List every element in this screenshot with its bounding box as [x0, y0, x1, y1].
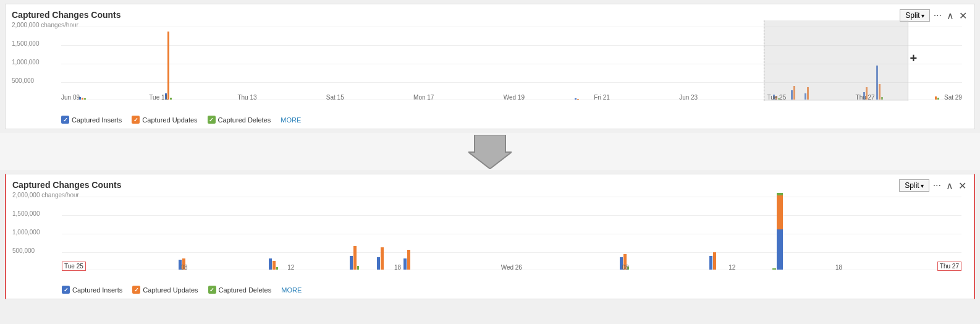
y-label-15m: 1,500,000	[12, 40, 40, 47]
top-legend-updates[interactable]: Captured Updates	[132, 116, 197, 124]
x-label-thu27: Thu 27	[856, 94, 875, 101]
bottom-y-label-500k: 500,000	[12, 247, 35, 254]
top-more-icon[interactable]: ···	[932, 10, 943, 21]
svg-marker-0	[468, 135, 512, 169]
bar-update	[167, 32, 169, 100]
bottom-grid-2	[62, 215, 961, 216]
x-label-tue25: Tue 25	[767, 94, 786, 101]
x-label-tue11: Tue 11	[149, 94, 168, 101]
bottom-deletes-checkbox[interactable]	[208, 286, 216, 294]
top-legend-deletes[interactable]: Captured Deletes	[208, 116, 271, 124]
bottom-inserts-checkbox[interactable]	[62, 286, 70, 294]
inserts-label: Captured Inserts	[72, 116, 122, 124]
bottom-x-end-label: Thu 27	[937, 260, 961, 271]
down-arrow-icon	[468, 135, 512, 169]
x-label-08a: 08	[180, 264, 187, 271]
bottom-close-icon[interactable]: ✕	[957, 180, 968, 192]
top-split-button[interactable]: Split ▾	[900, 9, 929, 22]
bottom-updates-label: Captured Updates	[143, 286, 198, 294]
deletes-checkbox[interactable]	[208, 116, 216, 124]
bottom-chart-content: Tue 25	[62, 190, 961, 271]
y-label-500k: 500,000	[12, 77, 34, 84]
bottom-more-link[interactable]: MORE	[281, 286, 302, 294]
split-dropdown-arrow: ▾	[921, 12, 924, 19]
top-legend: Captured Inserts Captured Updates Captur…	[12, 113, 968, 124]
bottom-split-dropdown-arrow: ▾	[921, 182, 924, 189]
bottom-bar-wed26-15	[772, 193, 783, 270]
arrow-divider	[0, 133, 980, 170]
updates-checkbox[interactable]	[132, 116, 140, 124]
bottom-grid-4	[62, 252, 961, 253]
top-close-icon[interactable]: ✕	[958, 10, 968, 22]
bottom-inserts-label: Captured Inserts	[72, 286, 122, 294]
top-chart-area: 2,000,000 changes/hour 1,500,000 1,000,0…	[12, 20, 968, 113]
crosshair-icon: +	[910, 51, 917, 66]
bottom-deletes-label: Captured Deletes	[219, 286, 272, 294]
x-label-wed19: Wed 19	[504, 94, 525, 101]
x-label-18b: 18	[835, 264, 842, 271]
x-label-12b: 12	[729, 264, 735, 271]
bottom-y-label-15m: 1,500,000	[12, 210, 40, 217]
bar-update	[777, 195, 783, 229]
bottom-updates-checkbox[interactable]	[132, 286, 140, 294]
top-panel-controls: Split ▾ ··· ∧ ✕	[900, 9, 968, 22]
top-chart-title: Captured Changes Counts	[12, 10, 121, 20]
x-label-12a: 12	[287, 264, 294, 271]
bottom-more-icon[interactable]: ···	[932, 180, 942, 191]
top-chart-content: Jun 25, 00:00 + Jun 09 Tue 11 Thu 13 Sat…	[61, 20, 962, 101]
deletes-label: Captured Deletes	[218, 116, 271, 124]
bottom-legend-updates[interactable]: Captured Updates	[132, 286, 198, 294]
bottom-chart-panel: Captured Changes Counts Split ▾ ··· ∧ ✕ …	[5, 174, 975, 299]
x-label-sat15: Sat 15	[326, 94, 344, 101]
bottom-panel-controls: Split ▾ ··· ∧ ✕	[899, 179, 968, 192]
bottom-split-button[interactable]: Split ▾	[899, 179, 929, 192]
bar-group-tue11	[165, 32, 172, 100]
stacked-bar	[777, 193, 783, 270]
bottom-grid-3	[62, 234, 961, 234]
selection-overlay: Jun 25, 00:00	[764, 20, 908, 101]
x-label-thu13: Thu 13	[237, 94, 256, 101]
x-label-18a: 18	[394, 264, 401, 271]
bottom-collapse-icon[interactable]: ∧	[945, 180, 955, 192]
x-label-jun09: Jun 09	[61, 94, 80, 101]
updates-label: Captured Updates	[142, 116, 197, 124]
bottom-y-label-1m: 1,000,000	[12, 229, 40, 236]
bottom-chart-area: 2,000,000 changes/hour 1,500,000 1,000,0…	[12, 190, 968, 283]
bottom-legend: Captured Inserts Captured Updates Captur…	[12, 283, 968, 294]
y-label-1m: 1,000,000	[12, 59, 40, 66]
bottom-legend-deletes[interactable]: Captured Deletes	[208, 286, 272, 294]
inserts-checkbox[interactable]	[61, 116, 69, 124]
x-label-jun23: Jun 23	[679, 94, 698, 101]
top-x-labels: Jun 09 Tue 11 Thu 13 Sat 15 Mon 17 Wed 1…	[61, 94, 962, 101]
x-label-fri21: Fri 21	[594, 94, 610, 101]
bottom-chart-title: Captured Changes Counts	[12, 180, 122, 190]
bottom-grid-1	[62, 197, 961, 197]
top-legend-inserts[interactable]: Captured Inserts	[61, 116, 122, 124]
top-more-link[interactable]: MORE	[281, 116, 301, 124]
x-label-mon17: Mon 17	[413, 94, 434, 101]
bottom-x-labels: Tue 25 08 12 18 Wed 26 08 12 18 Thu 27	[62, 264, 961, 271]
x-label-sat29: Sat 29	[944, 94, 962, 101]
x-label-08b: 08	[622, 264, 629, 271]
x-label-wed26: Wed 26	[501, 264, 522, 271]
bottom-legend-inserts[interactable]: Captured Inserts	[62, 286, 122, 294]
top-collapse-icon[interactable]: ∧	[945, 10, 955, 22]
top-chart-panel: Captured Changes Counts Split ▾ ··· ∧ ✕ …	[5, 4, 975, 129]
